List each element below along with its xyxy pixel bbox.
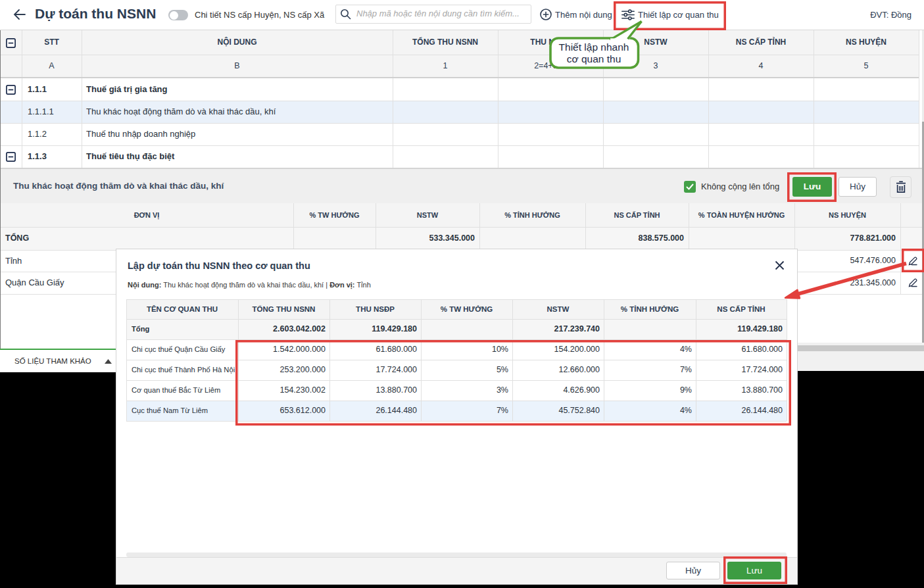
svg-text:cơ quan thu: cơ quan thu	[567, 53, 621, 64]
svg-text:Thiết lập nhanh: Thiết lập nhanh	[559, 41, 629, 53]
